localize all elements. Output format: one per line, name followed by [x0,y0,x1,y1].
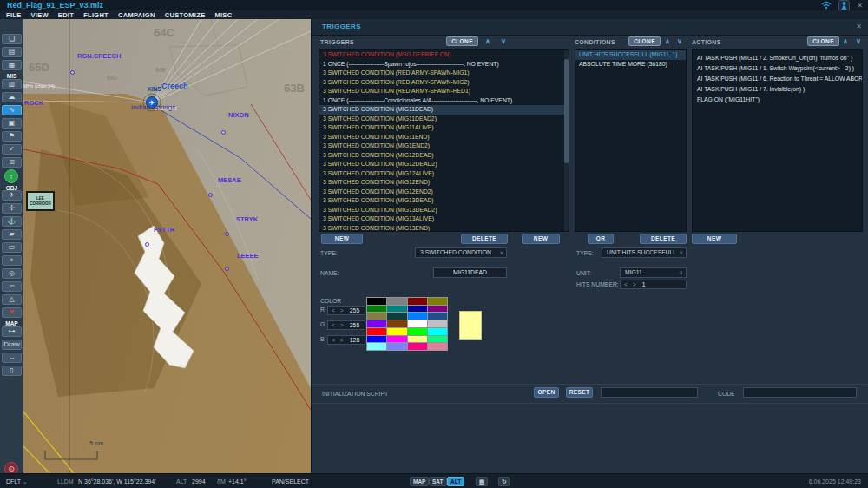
vehicle-icon[interactable]: ▰ [2,229,22,240]
color-swatch[interactable] [387,298,406,305]
color-swatch[interactable] [387,328,406,335]
new-trigger-button[interactable]: NEW [321,234,363,244]
close-icon[interactable]: ✕ [857,2,863,10]
color-swatch[interactable] [428,320,447,327]
open-script-button[interactable]: OPEN [534,387,559,398]
waypoint-icon[interactable]: ⌖ [2,255,22,266]
draw-button[interactable]: Draw [2,340,22,350]
trigger-row[interactable]: 3 SWITCHED CONDITION (MIG12DEAD) [319,151,569,161]
condition-down-icon[interactable]: ∨ [677,37,682,45]
action-down-icon[interactable]: ∨ [856,37,861,45]
linked-group-icon[interactable]: ∞ [2,281,22,292]
summary-icon[interactable]: ⊞ [2,157,22,168]
reset-script-button[interactable]: RESET [566,387,593,398]
rgb-spinner[interactable]: < >128 [327,335,365,345]
trigger-row[interactable]: 3 SWITCHED CONDITION (MIG12END) [319,178,569,188]
triggers-scrollbar[interactable] [564,50,569,231]
briefing-icon[interactable]: ▥ [2,79,22,89]
clone-conditions-button[interactable]: CLONE [628,36,661,46]
actions-list[interactable]: AI TASK PUSH (MIG11 / 2. SmokeOn_Off(on)… [692,49,863,232]
menu-item[interactable]: CUSTOMIZE [165,11,206,19]
color-swatch[interactable] [387,336,406,343]
new-mission-icon[interactable]: ❏ [2,34,22,44]
trigger-down-icon[interactable]: ∨ [501,37,506,45]
waypoint-marker[interactable] [225,267,229,271]
color-swatch[interactable] [408,320,427,327]
action-row[interactable]: AI TASK PUSH (MIG11 / 2. SmokeOn_Off(on)… [693,53,862,63]
color-swatch[interactable] [367,328,386,335]
waypoint-marker[interactable] [70,70,75,75]
trigger-row[interactable]: 3 SWITCHED CONDITION (MIG11DEAD2) [319,115,569,124]
new-action-button[interactable]: NEW [692,234,737,244]
waypoint-marker[interactable] [208,193,213,197]
action-row[interactable]: AI TASK PUSH (MIG11 / 1. Switch Waypoint… [693,63,862,74]
trigger-row[interactable]: 1 ONCE (------------------Spawn rojos---… [319,60,569,69]
coord-format[interactable]: LLDM [57,478,74,485]
goals-icon[interactable]: ✓ [2,144,22,155]
trigger-type-dropdown[interactable]: 3 SWITCHED CONDITION∨ [415,247,507,258]
helicopter-icon[interactable]: ✢ [2,203,22,214]
color-swatch[interactable] [367,298,386,305]
trigger-row[interactable]: 3 SWITCHED CONDITION (MIG11DEAD) [319,105,569,115]
color-swatch[interactable] [428,328,447,335]
menu-item[interactable]: CAMPAIGN [118,11,155,19]
color-swatch[interactable] [367,336,386,343]
trigger-row[interactable]: 1 ONCE (------------------Condicionales … [319,96,569,106]
action-row[interactable]: AI TASK PUSH (MIG11 / 6. Reaction to Thr… [693,74,862,84]
color-swatch[interactable] [387,313,406,320]
color-swatch[interactable] [428,336,447,343]
trigger-row[interactable]: 3 SWITCHED CONDITION (MIG13ALIVE) [319,214,569,224]
menu-item[interactable]: FILE [6,11,21,19]
trigger-name-input[interactable]: MIG11DEAD [433,267,507,278]
trigger-row[interactable]: 3 SWITCHED CONDITION (MSG DEBRIEF ON) [319,50,569,60]
color-swatch[interactable] [428,306,447,313]
color-swatch[interactable] [387,320,406,327]
or-condition-button[interactable]: OR [588,234,614,244]
action-row[interactable]: AI TASK PUSH (MIG11 / 7. Invisible(on) ) [693,84,862,95]
color-swatch[interactable] [367,343,386,350]
delete-condition-button[interactable]: DELETE [640,234,687,244]
clone-actions-button[interactable]: CLONE [807,36,839,46]
trigger-row[interactable]: 3 SWITCHED CONDITION (MIG11END) [319,133,569,142]
mission-options-icon[interactable]: ▣ [2,118,22,129]
color-swatch[interactable] [367,306,386,313]
action-row[interactable]: FLAG ON ("MIG11HIT") [693,95,862,105]
map-layer-button[interactable]: MAP [410,477,429,486]
trigger-row[interactable]: 3 SWITCHED CONDITION (RED ARMY-SPAWN-RED… [319,87,569,96]
ship-icon[interactable]: ⚓ [2,216,22,227]
pilot-icon[interactable] [838,0,850,11]
trigger-row[interactable]: 3 SWITCHED CONDITION (RED ARMY-SPAWN-MIG… [319,69,569,78]
color-swatch[interactable] [428,343,447,350]
condition-row[interactable]: ABSOLUTE TIME MORE (36180) [575,60,686,69]
color-swatch[interactable] [367,313,386,320]
new-condition-button[interactable]: NEW [522,234,560,244]
color-swatch[interactable] [408,343,427,350]
trigger-row[interactable]: 3 SWITCHED CONDITION (MIG1END2) [319,142,569,151]
map-viewport[interactable]: ✈ 64C65D63B64D64ERGN.CREECHROCKNIXONMESA… [23,19,311,473]
panel-close-icon[interactable]: ✕ [856,23,862,30]
triggers-icon[interactable]: ∿ [2,105,22,115]
hits-number-spinner[interactable]: < >1 [620,280,687,289]
menu-item[interactable]: FLIGHT [83,11,108,19]
trigger-up-icon[interactable]: ∧ [485,37,490,45]
waypoint-marker[interactable] [225,232,229,236]
trigger-row[interactable]: 3 SWITCHED CONDITION (MIG13DEAD2) [319,206,569,215]
trigger-row[interactable]: 3 SWITCHED CONDITION (MIG12ALIVE) [319,169,569,179]
zone-icon[interactable]: ▯ [2,366,22,376]
action-up-icon[interactable]: ∧ [843,37,848,45]
clone-triggers-button[interactable]: CLONE [446,36,478,46]
condition-type-dropdown[interactable]: UNIT HITS SUCCESFULL∨ [602,247,687,258]
color-swatch[interactable] [408,298,427,305]
static-object-icon[interactable]: ▭ [2,242,22,253]
flags-icon[interactable]: ⚑ [2,131,22,142]
trigger-row[interactable]: 3 SWITCHED CONDITION (MIG12DEAD2) [319,160,569,169]
trigger-row[interactable]: 3 SWITCHED CONDITION (MIG13DEAD) [319,196,569,206]
template-icon[interactable]: △ [2,294,22,305]
condition-up-icon[interactable]: ∧ [665,37,670,45]
delete-icon[interactable]: ✕ [2,307,22,318]
color-swatch[interactable] [408,336,427,343]
waypoint-marker[interactable] [145,242,149,247]
sat-layer-button[interactable]: SAT [429,477,447,486]
color-swatch[interactable] [387,306,406,313]
open-mission-icon[interactable]: ▤ [2,47,22,57]
